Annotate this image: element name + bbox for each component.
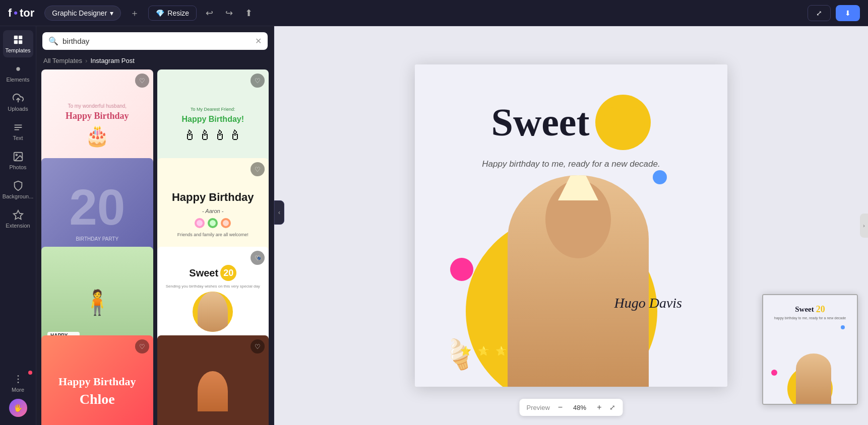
card-8-heart-button[interactable]: ♡ <box>251 339 265 353</box>
card-1-heart-button[interactable]: ♡ <box>135 74 149 88</box>
logo-dot: • <box>14 7 18 20</box>
svg-point-7 <box>16 154 17 156</box>
donut-3 <box>221 218 231 228</box>
template-card-dark-birthday[interactable]: ♡ <box>157 335 269 425</box>
svg-point-4 <box>16 67 20 70</box>
download-icon: ⬇ <box>845 9 851 17</box>
canvas-sweet-text: Sweet <box>491 100 590 145</box>
breadcrumb: All Templates › Instagram Post <box>36 54 274 69</box>
sidebar-item-elements-label: Elements <box>7 77 30 83</box>
card-4-sub: Friends and family are all welcome! <box>177 232 249 237</box>
card-6-sweet-text: Sweet <box>189 267 218 279</box>
sidebar-item-uploads[interactable]: Uploads <box>3 89 33 116</box>
sidebar-item-photos[interactable]: Photos <box>3 147 33 174</box>
card-6-person-silhouette <box>198 292 228 332</box>
card-7-title: Happy Birthday <box>58 375 136 388</box>
sidebar-item-photos-label: Photos <box>9 164 26 170</box>
zoom-in-button[interactable]: + <box>594 402 604 413</box>
sidebar-item-templates-label: Templates <box>5 47 30 53</box>
donut-row <box>195 218 231 228</box>
template-grid: To my wonderful husband, Happy Birthday … <box>36 69 274 425</box>
card-7-name: Chloe <box>80 391 115 407</box>
party-hat <box>558 175 598 200</box>
chevron-down-icon: ▾ <box>110 9 113 17</box>
zoom-expand-button[interactable]: ⤢ <box>609 403 615 411</box>
person-head <box>545 180 611 258</box>
sidebar-item-text-label: Text <box>13 135 23 141</box>
undo-button[interactable]: ↩ <box>203 5 216 22</box>
card-1-title: Happy Birthday <box>66 111 129 122</box>
card-4-heart-button[interactable]: ♡ <box>251 162 265 176</box>
upload-icon: ⬆ <box>245 8 253 19</box>
main-area: Templates Elements Uploads Text Photos B… <box>0 26 868 425</box>
breadcrumb-parent-link[interactable]: All Templates <box>43 57 82 64</box>
logo-text2: tor <box>20 7 34 20</box>
svg-point-10 <box>17 382 19 383</box>
thumb-subtitle: happy birthday to me, ready for a new de… <box>763 316 857 320</box>
search-input[interactable] <box>63 37 251 45</box>
sidebar-item-more-label: More <box>12 387 24 393</box>
canvas-number: 20 <box>595 95 651 150</box>
user-avatar[interactable]: 🖐 <box>9 399 27 417</box>
graphic-designer-button[interactable]: Graphic Designer ▾ <box>44 6 121 21</box>
search-area: 🔍 ✕ <box>36 26 274 54</box>
download-button[interactable]: ⬇ <box>836 5 860 21</box>
sidebar-item-backgrounds[interactable]: Backgroun... <box>3 176 33 203</box>
upload-button[interactable]: ⬆ <box>242 5 256 22</box>
canvas-subtitle: Happy birthday to me, ready for a new de… <box>415 159 727 169</box>
svg-rect-2 <box>14 40 17 44</box>
canvas-person-silhouette <box>508 175 649 387</box>
search-icon: 🔍 <box>48 36 58 46</box>
sidebar-item-elements[interactable]: Elements <box>3 59 33 87</box>
canvas-pink-dot <box>450 258 473 281</box>
right-panel-toggle[interactable]: › <box>860 214 868 238</box>
sidebar-item-templates[interactable]: Templates <box>3 30 33 57</box>
redo-icon: ↪ <box>225 8 233 19</box>
card-3-number: 20 <box>69 182 125 232</box>
resize-button[interactable]: 💎 Resize <box>148 6 197 21</box>
card-2-title: Happy Birthday! <box>181 115 244 124</box>
avatar-icon: 🖐 <box>14 404 22 412</box>
share-button[interactable]: ⤢ <box>808 5 831 21</box>
sidebar-item-text[interactable]: Text <box>3 118 33 145</box>
canvas-design[interactable]: Sweet 20 Happy birthday to me, ready for… <box>415 64 727 387</box>
left-nav: Templates Elements Uploads Text Photos B… <box>0 26 36 425</box>
card-2-top-text: To My Dearest Friend: <box>191 107 235 112</box>
thumb-pink-dot <box>771 370 777 376</box>
logo: f•tor <box>8 7 34 20</box>
candles-icon: 🕯🕯🕯🕯 <box>182 127 243 144</box>
zoom-out-button[interactable]: − <box>555 402 566 413</box>
card-2-heart-button[interactable]: ♡ <box>251 74 265 88</box>
sidebar-item-backgrounds-label: Backgroun... <box>3 193 34 199</box>
zoom-controls: Preview − 48% + ⤢ <box>520 399 623 416</box>
gem-icon: 💎 <box>156 9 164 17</box>
add-icon: ＋ <box>130 7 139 19</box>
sidebar-item-more[interactable]: More <box>3 370 33 397</box>
thumb-title: Sweet 20 <box>763 304 857 315</box>
redo-button[interactable]: ↪ <box>222 5 236 22</box>
card-1-top-text: To my wonderful husband, <box>68 103 127 109</box>
share-icon: ⤢ <box>816 9 822 17</box>
panel-toggle-button[interactable]: ‹ <box>274 200 284 225</box>
sidebar-item-extension-label: Extension <box>6 223 30 229</box>
card-7-heart-button[interactable]: ♡ <box>135 339 149 353</box>
svg-point-9 <box>17 379 19 380</box>
thumb-number: 20 <box>816 304 825 315</box>
canvas-title: Sweet 20 <box>415 95 727 150</box>
card-6-person-wrapper <box>193 292 233 332</box>
sidebar-item-extension[interactable]: Extension <box>3 205 33 233</box>
card-4-name: - Aaron - <box>202 208 223 214</box>
donut-1 <box>195 218 205 228</box>
canvas-area: Sweet 20 Happy birthday to me, ready for… <box>274 26 868 425</box>
template-card-red-birthday[interactable]: Happy Birthday Chloe ♡ <box>41 335 153 425</box>
thumbnail-preview: Sweet 20 happy birthday to me, ready for… <box>762 294 858 405</box>
card-6-person-circle <box>193 292 233 332</box>
resize-label: Resize <box>167 9 189 17</box>
zoom-level: 48% <box>571 404 589 411</box>
canvas-blue-dot <box>653 170 667 184</box>
card-6-number-circle: 20 <box>220 265 236 281</box>
clear-icon[interactable]: ✕ <box>255 36 262 46</box>
logo-text: f <box>8 7 12 20</box>
add-button[interactable]: ＋ <box>127 4 142 22</box>
card-6-heart-button[interactable]: ♡ <box>251 251 265 265</box>
